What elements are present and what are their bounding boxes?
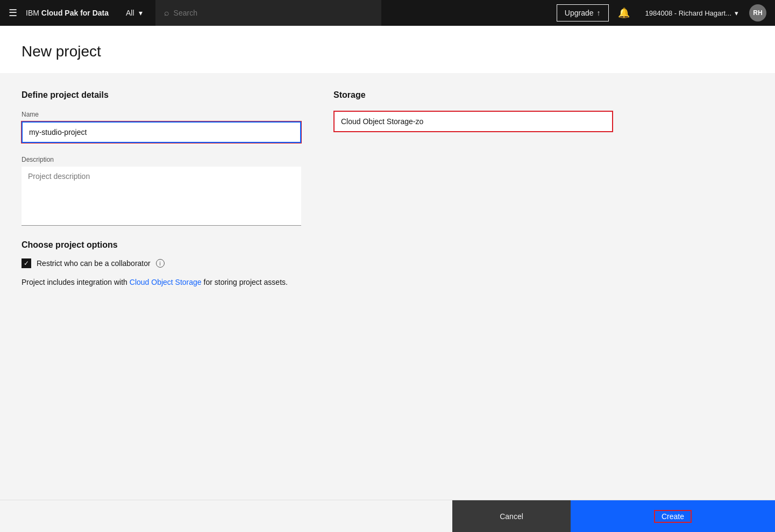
footer-bar: Cancel Create (0, 500, 775, 504)
upgrade-button[interactable]: Upgrade ↑ (557, 4, 609, 21)
all-dropdown[interactable]: All ▾ (119, 0, 149, 26)
chevron-down-icon: ▾ (735, 9, 738, 17)
description-field-group: Description (22, 156, 301, 227)
create-button[interactable]: Create (571, 500, 775, 504)
restrict-collaborator-row: ✓ Restrict who can be a collaborator i (22, 258, 301, 268)
checkmark-icon: ✓ (24, 260, 29, 267)
upgrade-label: Upgrade (565, 9, 594, 17)
account-dropdown[interactable]: 1984008 - Richard Hagart... ▾ (639, 0, 745, 26)
choose-options-title: Choose project options (22, 240, 301, 250)
name-input[interactable] (22, 121, 301, 143)
all-label: All (126, 9, 134, 17)
navbar-right: Upgrade ↑ 🔔 1984008 - Richard Hagart... … (557, 0, 766, 26)
integration-text: Project includes integration with Cloud … (22, 277, 301, 288)
cancel-button[interactable]: Cancel (452, 500, 571, 504)
integration-text-before: Project includes integration with (22, 278, 130, 286)
brand-name: Cloud Pak for Data (41, 9, 109, 17)
form-right: Storage Cloud Object Storage-zo (333, 90, 753, 487)
name-field-group: Name (22, 111, 301, 143)
storage-section-title: Storage (333, 90, 753, 100)
notifications-bell[interactable]: 🔔 (611, 0, 637, 26)
description-label: Description (22, 156, 301, 163)
search-icon: ⌕ (164, 8, 169, 18)
brand-logo: IBM Cloud Pak for Data (26, 9, 109, 17)
define-section-title: Define project details (22, 90, 301, 100)
search-input[interactable] (174, 9, 373, 17)
cloud-object-storage-link[interactable]: Cloud Object Storage (130, 278, 202, 286)
page-header: New project (0, 26, 775, 73)
upgrade-icon: ↑ (597, 9, 601, 17)
navbar: ☰ IBM Cloud Pak for Data All ▾ ⌕ Upgrade… (0, 0, 775, 26)
page-title: New project (22, 43, 753, 60)
menu-icon[interactable]: ☰ (9, 7, 17, 19)
storage-dropdown[interactable]: Cloud Object Storage-zo (333, 111, 613, 132)
form-columns: Define project details Name Description … (22, 90, 753, 487)
description-textarea[interactable] (22, 167, 301, 226)
avatar[interactable]: RH (749, 4, 766, 21)
account-label: 1984008 - Richard Hagart... (645, 9, 731, 17)
bell-icon: 🔔 (618, 7, 630, 19)
search-container[interactable]: ⌕ (155, 0, 381, 26)
restrict-checkbox[interactable]: ✓ (22, 258, 31, 268)
form-left: Define project details Name Description … (22, 90, 333, 487)
storage-value: Cloud Object Storage-zo (341, 117, 423, 126)
restrict-checkbox-label: Restrict who can be a collaborator (37, 259, 151, 268)
form-area: Define project details Name Description … (0, 73, 775, 504)
integration-text-after: for storing project assets. (202, 278, 288, 286)
chevron-down-icon: ▾ (139, 9, 143, 17)
name-label: Name (22, 111, 301, 118)
avatar-initials: RH (753, 9, 762, 17)
info-icon[interactable]: i (156, 259, 165, 268)
